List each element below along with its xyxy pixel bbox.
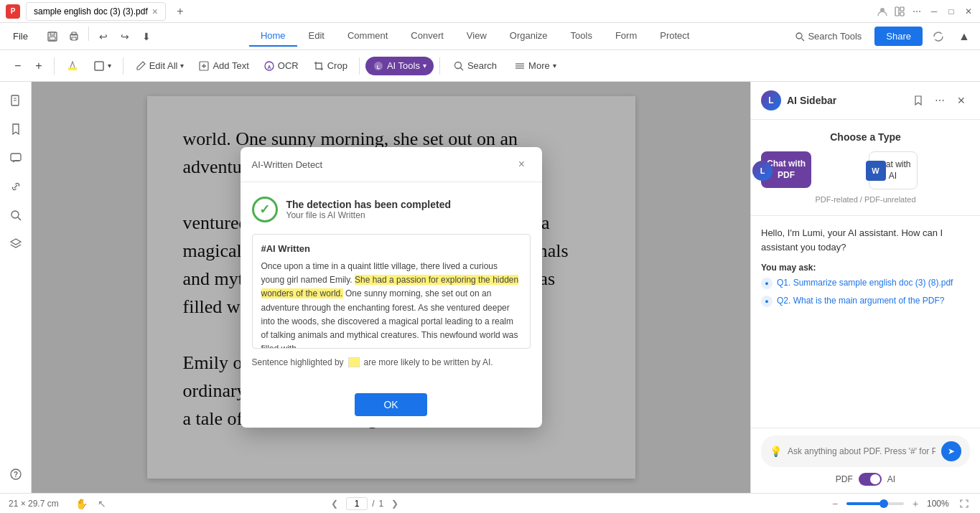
ai-header-bookmark-icon[interactable]: [910, 92, 927, 109]
mode-toggle[interactable]: [859, 473, 882, 486]
sync-button[interactable]: [928, 27, 948, 47]
tab-edit[interactable]: Edit: [297, 26, 336, 47]
close-button[interactable]: ✕: [963, 6, 974, 17]
zoom-out-button[interactable]: −: [9, 56, 27, 76]
word-icon: W: [866, 161, 886, 181]
tab-home[interactable]: Home: [249, 26, 297, 47]
tab-close-btn[interactable]: ×: [152, 6, 158, 17]
svg-line-29: [18, 217, 21, 220]
tab-comment[interactable]: Comment: [336, 26, 399, 47]
crop-button[interactable]: Crop: [307, 57, 353, 75]
file-menu[interactable]: File: [6, 28, 35, 44]
sidebar-links-icon[interactable]: [3, 174, 29, 199]
tab-organize[interactable]: Organize: [498, 26, 559, 47]
ai-content-box[interactable]: #AI Written Once upon a time in a quaint…: [252, 234, 531, 349]
select-tool-button[interactable]: ↖: [93, 495, 111, 512]
more-options-icon[interactable]: ⋯: [911, 6, 923, 17]
prev-page-button[interactable]: ❮: [327, 496, 342, 511]
quick-actions: ↩ ↪ ⬇: [42, 27, 157, 47]
highlight-button[interactable]: [60, 56, 85, 76]
svg-rect-12: [68, 67, 77, 70]
tab-view[interactable]: View: [455, 26, 498, 47]
pdf-content-area[interactable]: world. One sunny morning, she set out on…: [32, 82, 750, 493]
search-tools-button[interactable]: Search Tools: [788, 28, 869, 44]
shape-button[interactable]: ▾: [88, 57, 117, 75]
svg-rect-6: [50, 37, 55, 40]
svg-point-28: [11, 211, 19, 218]
new-tab-button[interactable]: +: [172, 3, 189, 20]
ocr-button[interactable]: A OCR: [258, 57, 304, 75]
detection-text: The detection has been completed Your fi…: [286, 199, 452, 220]
undo-button[interactable]: ↩: [93, 27, 113, 47]
page-number-input[interactable]: [346, 497, 368, 510]
sidebar-help-icon[interactable]: ?: [3, 461, 29, 487]
sidebar-pages-icon[interactable]: [3, 88, 29, 113]
svg-rect-9: [72, 37, 76, 40]
type-subtitle: PDF-related / PDF-unrelated: [761, 195, 970, 204]
modal-overlay[interactable]: AI-Written Detect × ✓ The detection has …: [32, 82, 750, 493]
more-button[interactable]: More ▾: [507, 57, 564, 75]
file-tab[interactable]: sample english doc (3) (3).pdf ×: [26, 2, 166, 21]
toolbar-sep-1: [54, 57, 55, 75]
suggestion-text-2[interactable]: Q2. What is the main argument of the PDF…: [777, 295, 944, 307]
print-button[interactable]: [64, 27, 84, 47]
you-may-ask-section: You may ask: ● Q1. Summarize sample engl…: [761, 263, 970, 313]
tab-convert[interactable]: Convert: [399, 26, 455, 47]
tab-protect[interactable]: Protect: [648, 26, 701, 47]
fullscreen-button[interactable]: [957, 496, 971, 511]
tab-form[interactable]: Form: [604, 26, 648, 47]
zoom-slider-thumb[interactable]: [879, 499, 888, 508]
modal-close-button[interactable]: ×: [513, 156, 531, 173]
svg-rect-1: [895, 7, 899, 16]
svg-line-20: [460, 67, 463, 70]
user-icon[interactable]: [877, 6, 888, 17]
choose-type-title: Choose a Type: [761, 131, 970, 143]
more-icon: [514, 60, 526, 72]
download-button[interactable]: ⬇: [136, 27, 157, 47]
send-button[interactable]: ➤: [941, 441, 961, 461]
hand-tool-button[interactable]: ✋: [73, 495, 90, 512]
suggestion-2[interactable]: ● Q2. What is the main argument of the P…: [761, 295, 970, 307]
next-page-button[interactable]: ❯: [388, 496, 402, 511]
edit-icon: [135, 60, 146, 72]
share-button[interactable]: Share: [874, 27, 923, 46]
zoom-slider[interactable]: [846, 502, 904, 505]
toolbar-sep-2: [123, 57, 123, 75]
maximize-button[interactable]: □: [946, 6, 957, 17]
ai-header-more-icon[interactable]: ⋯: [931, 92, 948, 109]
zoom-in-button[interactable]: +: [29, 56, 47, 76]
cursor-tools: ✋ ↖: [73, 495, 111, 512]
suggestion-1[interactable]: ● Q1. Summarize sample english doc (3) (…: [761, 277, 970, 289]
ai-header-close-icon[interactable]: ✕: [953, 92, 970, 109]
sidebar-bookmarks-icon[interactable]: [3, 116, 29, 142]
layout-icon[interactable]: [894, 6, 905, 17]
zoom-in-status-button[interactable]: +: [908, 496, 923, 511]
sidebar-search-icon[interactable]: [3, 202, 29, 228]
svg-text:A: A: [267, 64, 271, 69]
redo-button[interactable]: ↪: [115, 27, 135, 47]
svg-text:L: L: [377, 64, 381, 69]
detection-sub: Your file is AI Written: [286, 210, 452, 220]
ai-input-area: 💡 ➤ PDF AI: [751, 428, 980, 493]
sidebar-layers-icon[interactable]: [3, 231, 29, 257]
edit-all-button[interactable]: Edit All ▾: [129, 57, 190, 75]
ai-written-detect-modal: AI-Written Detect × ✓ The detection has …: [241, 147, 542, 428]
ai-chat-input[interactable]: [788, 446, 935, 456]
ai-tools-button[interactable]: L AI Tools ▾: [365, 57, 434, 75]
window-controls: ⋯ ─ □ ✕: [877, 6, 974, 17]
zoom-out-status-button[interactable]: −: [828, 496, 842, 511]
ai-avatar-icon: L: [752, 161, 773, 181]
ai-chat-area[interactable]: Hello, I'm Lumi, your AI assistant. How …: [751, 216, 980, 428]
sidebar-comments-icon[interactable]: [3, 145, 29, 171]
add-text-button[interactable]: Add Text: [192, 57, 254, 75]
minimize-button[interactable]: ─: [928, 6, 940, 17]
collapse-button[interactable]: ▲: [954, 27, 974, 47]
search-button[interactable]: Search: [446, 57, 504, 75]
save-button[interactable]: [42, 27, 62, 47]
tab-tools[interactable]: Tools: [559, 26, 604, 47]
svg-rect-2: [900, 7, 904, 11]
suggestion-text-1[interactable]: Q1. Summarize sample english doc (3) (8)…: [777, 277, 953, 289]
ok-button[interactable]: OK: [355, 393, 426, 416]
ai-tools-label: AI Tools: [387, 60, 420, 71]
menu-right: Search Tools Share ▲: [788, 27, 974, 47]
